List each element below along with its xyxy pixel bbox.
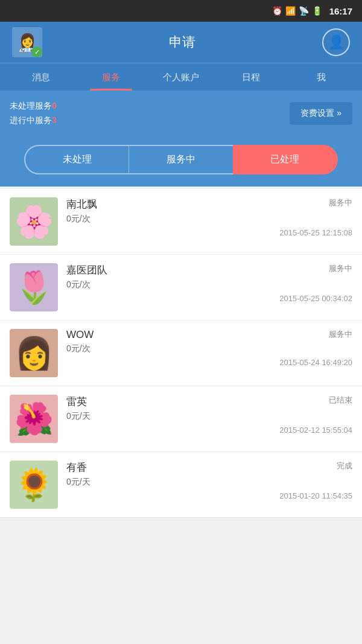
summary-bar: 未处理服务0 进行中服务3 资费设置 »: [0, 91, 362, 136]
unprocessed-count-label: 未处理服务0: [10, 99, 57, 113]
item-status: 服务中: [329, 263, 352, 274]
list-item[interactable]: 雷英 已结束 0元/天 2015-02-12 15:55:04: [0, 386, 362, 452]
item-content: 有香 完成 0元/天 2015-01-20 11:54:35: [66, 461, 352, 500]
item-avatar: [10, 263, 58, 311]
battery-icon: 🔋: [312, 6, 322, 16]
inprogress-count-label: 进行中服务3: [10, 113, 57, 128]
nav-tabs: 消息 服务 个人账户 日程 我: [0, 63, 362, 91]
item-avatar: [10, 395, 58, 443]
item-avatar: [10, 461, 58, 509]
item-content: WOW 服务中 0元/次 2015-05-24 16:49:20: [66, 329, 352, 367]
item-avatar: [10, 329, 58, 377]
filter-unprocessed-button[interactable]: 未处理: [24, 145, 129, 174]
check-badge-icon: ✓: [31, 46, 42, 57]
status-time: 16:17: [329, 6, 352, 16]
tab-me[interactable]: 我: [286, 63, 356, 91]
item-name: 有香: [66, 461, 87, 474]
item-price: 0元/次: [66, 279, 352, 290]
item-name: 南北飘: [66, 197, 97, 211]
filter-inservice-button[interactable]: 服务中: [129, 145, 232, 174]
item-top-row: 南北飘 服务中: [66, 197, 352, 211]
item-price: 0元/天: [66, 477, 352, 488]
item-status: 已结束: [329, 395, 352, 406]
unprocessed-count: 0: [52, 101, 57, 110]
app-logo: 👩‍⚕️ ✓: [12, 27, 42, 57]
tab-services[interactable]: 服务: [76, 63, 146, 91]
item-top-row: WOW 服务中: [66, 329, 352, 341]
item-name: WOW: [66, 329, 94, 341]
status-bar: ⏰ 📶 📡 🔋 16:17: [0, 0, 362, 22]
service-list: 南北飘 服务中 0元/次 2015-05-25 12:15:08 嘉医团队 服务…: [0, 189, 362, 518]
item-date: 2015-05-25 00:34:02: [66, 294, 352, 303]
status-icons: ⏰ 📶 📡 🔋: [272, 6, 322, 16]
item-price: 0元/天: [66, 411, 352, 422]
item-content: 南北飘 服务中 0元/次 2015-05-25 12:15:08: [66, 197, 352, 237]
item-date: 2015-01-20 11:54:35: [66, 491, 352, 500]
list-item[interactable]: 有香 完成 0元/天 2015-01-20 11:54:35: [0, 452, 362, 518]
item-status: 完成: [337, 461, 352, 471]
filter-processed-button[interactable]: 已处理: [233, 145, 338, 174]
tab-messages[interactable]: 消息: [6, 63, 76, 91]
item-top-row: 嘉医团队 服务中: [66, 263, 352, 277]
item-name: 嘉医团队: [66, 263, 107, 277]
item-price: 0元/次: [66, 343, 352, 354]
wifi-icon: 📶: [285, 6, 296, 16]
inprogress-count: 3: [52, 115, 57, 125]
item-top-row: 有香 完成: [66, 461, 352, 474]
item-content: 嘉医团队 服务中 0元/次 2015-05-25 00:34:02: [66, 263, 352, 303]
tab-schedule[interactable]: 日程: [216, 63, 286, 91]
item-status: 服务中: [329, 329, 352, 340]
filter-bar: 未处理 服务中 已处理: [0, 136, 362, 187]
item-date: 2015-05-25 12:15:08: [66, 228, 352, 237]
header: 👩‍⚕️ ✓ 申请 👤: [0, 22, 362, 63]
settings-button[interactable]: 资费设置 »: [290, 102, 352, 125]
summary-text: 未处理服务0 进行中服务3: [10, 99, 57, 128]
alarm-icon: ⏰: [272, 6, 282, 16]
list-item[interactable]: WOW 服务中 0元/次 2015-05-24 16:49:20: [0, 320, 362, 386]
item-top-row: 雷英 已结束: [66, 395, 352, 409]
user-profile-button[interactable]: 👤: [322, 28, 350, 56]
item-status: 服务中: [329, 197, 352, 208]
item-avatar: [10, 197, 58, 246]
signal-icon: 📡: [299, 6, 309, 16]
user-add-icon: 👤: [328, 34, 345, 50]
item-content: 雷英 已结束 0元/天 2015-02-12 15:55:04: [66, 395, 352, 435]
item-date: 2015-02-12 15:55:04: [66, 426, 352, 435]
page-title: 申请: [169, 33, 195, 51]
list-item[interactable]: 南北飘 服务中 0元/次 2015-05-25 12:15:08: [0, 189, 362, 255]
item-date: 2015-05-24 16:49:20: [66, 358, 352, 367]
tab-account[interactable]: 个人账户: [146, 63, 216, 91]
item-price: 0元/次: [66, 214, 352, 225]
list-item[interactable]: 嘉医团队 服务中 0元/次 2015-05-25 00:34:02: [0, 255, 362, 320]
item-name: 雷英: [66, 395, 87, 409]
